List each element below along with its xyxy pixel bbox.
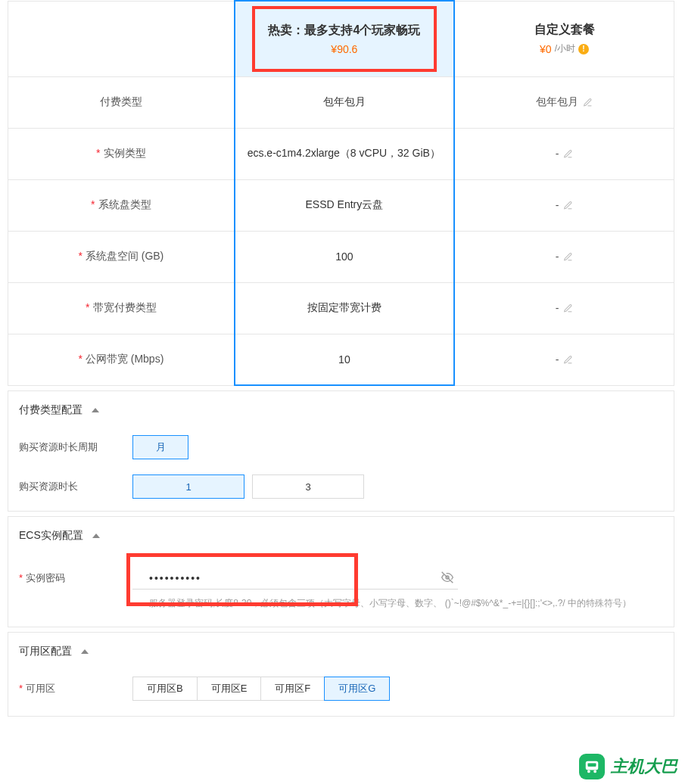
caret-up-icon bbox=[92, 534, 100, 538]
plan-comparison-table: 热卖：最多支持4个玩家畅玩 ¥90.6 自定义套餐 ¥0 /小时 ! 付费类型 … bbox=[8, 0, 674, 386]
row-label-disk-size: *系统盘空间 (GB) bbox=[8, 231, 235, 282]
period-options: 月 bbox=[132, 435, 188, 459]
zone-option-e[interactable]: 可用区E bbox=[197, 677, 261, 701]
row-label-bw: *公网带宽 (Mbps) bbox=[8, 334, 235, 385]
instance-password-input[interactable] bbox=[132, 567, 458, 590]
duration-options: 1 3 bbox=[132, 474, 364, 499]
row-label-instance: *实例类型 bbox=[8, 128, 235, 179]
ecs-config-section: ECS实例配置 *实例密码 服务器登录密码,长度8-30，必须包含三项（大写字母… bbox=[8, 516, 674, 627]
plan-header-hot[interactable]: 热卖：最多支持4个玩家畅玩 ¥90.6 bbox=[235, 1, 454, 76]
edit-icon[interactable] bbox=[563, 149, 573, 159]
period-option-month[interactable]: 月 bbox=[132, 435, 188, 459]
cell-disk-size-custom[interactable]: - bbox=[454, 231, 674, 282]
duration-label: 购买资源时长 bbox=[19, 480, 132, 493]
highlight-box bbox=[252, 6, 437, 72]
cell-bw-custom[interactable]: - bbox=[454, 334, 674, 385]
caret-up-icon bbox=[81, 649, 89, 654]
edit-icon[interactable] bbox=[583, 98, 593, 107]
cell-disk-type-custom[interactable]: - bbox=[454, 179, 674, 231]
section-title: 可用区配置 bbox=[19, 645, 72, 658]
plan-price: ¥90.6 bbox=[331, 43, 357, 55]
period-label: 购买资源时长周期 bbox=[19, 440, 132, 454]
plan-title: 自定义套餐 bbox=[534, 22, 595, 38]
edit-icon[interactable] bbox=[563, 303, 573, 313]
row-label-bw-billing: *带宽付费类型 bbox=[8, 282, 235, 334]
section-header[interactable]: ECS实例配置 bbox=[8, 517, 674, 553]
cell-bw-billing-custom[interactable]: - bbox=[454, 282, 674, 334]
edit-icon[interactable] bbox=[563, 355, 573, 365]
duration-option-1[interactable]: 1 bbox=[132, 474, 244, 499]
pw-hint: 服务器登录密码,长度8-30，必须包含三项（大写字母、小写字母、数字、 ()`~… bbox=[132, 597, 662, 610]
section-header[interactable]: 付费类型配置 bbox=[8, 391, 674, 428]
edit-icon[interactable] bbox=[563, 201, 573, 210]
row-label-disk-type: *系统盘类型 bbox=[8, 179, 235, 231]
plan-header-custom[interactable]: 自定义套餐 ¥0 /小时 ! bbox=[454, 1, 674, 76]
cell-instance-hot: ecs.e-c1m4.2xlarge（8 vCPU，32 GiB） bbox=[235, 128, 454, 179]
plan-title: 热卖：最多支持4个玩家畅玩 bbox=[268, 23, 420, 39]
edit-icon[interactable] bbox=[563, 252, 573, 262]
section-title: ECS实例配置 bbox=[19, 529, 83, 543]
zone-option-g[interactable]: 可用区G bbox=[324, 677, 390, 701]
cell-billing-hot: 包年包月 bbox=[235, 76, 454, 128]
zone-options: 可用区B 可用区E 可用区F 可用区G bbox=[132, 677, 390, 701]
billing-config-section: 付费类型配置 购买资源时长周期 月 购买资源时长 1 3 bbox=[8, 390, 674, 512]
duration-option-3[interactable]: 3 bbox=[252, 474, 364, 499]
zone-config-section: 可用区配置 *可用区 可用区B 可用区E 可用区F 可用区G bbox=[8, 632, 674, 717]
cell-bw-billing-hot: 按固定带宽计费 bbox=[235, 282, 454, 334]
zone-option-b[interactable]: 可用区B bbox=[132, 677, 197, 701]
zone-label: *可用区 bbox=[19, 682, 132, 695]
warning-icon: ! bbox=[578, 44, 589, 54]
cell-billing-custom[interactable]: 包年包月 bbox=[454, 76, 674, 128]
pw-label: *实例密码 bbox=[19, 567, 132, 585]
empty-corner bbox=[8, 1, 235, 76]
cell-bw-hot: 10 bbox=[235, 334, 454, 385]
caret-up-icon bbox=[92, 408, 99, 412]
cell-instance-custom[interactable]: - bbox=[454, 128, 674, 179]
section-header[interactable]: 可用区配置 bbox=[8, 633, 674, 669]
row-label-billing: 付费类型 bbox=[8, 76, 235, 128]
zone-option-f[interactable]: 可用区F bbox=[260, 677, 324, 701]
section-title: 付费类型配置 bbox=[19, 403, 83, 417]
plan-price: ¥0 /小时 ! bbox=[540, 42, 589, 55]
eye-off-icon[interactable] bbox=[441, 571, 453, 586]
cell-disk-type-hot: ESSD Entry云盘 bbox=[235, 179, 454, 231]
cell-disk-size-hot: 100 bbox=[235, 231, 454, 282]
